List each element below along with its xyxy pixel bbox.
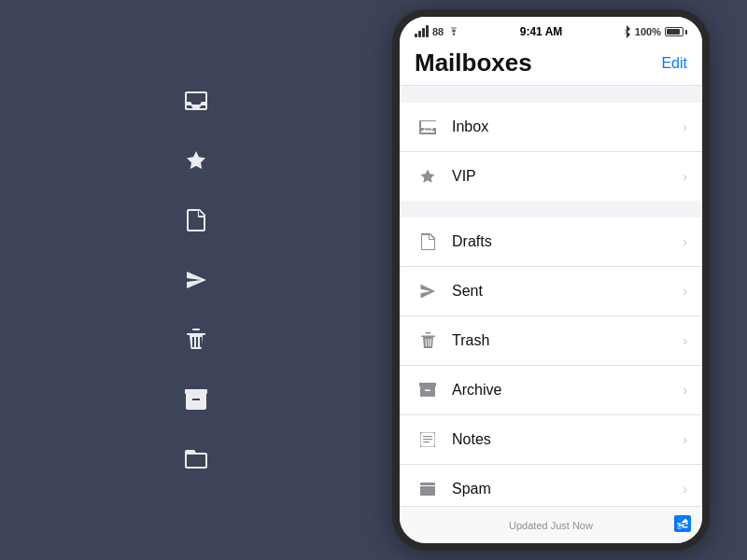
archive-list-icon — [415, 377, 441, 403]
section-divider-middle — [400, 201, 702, 217]
mail-list: Inbox › VIP › — [400, 86, 702, 506]
svg-rect-3 — [421, 336, 435, 338]
status-left: 88 — [415, 26, 460, 37]
status-right: 100% — [622, 25, 687, 38]
vip-list-icon — [415, 163, 441, 189]
bluetooth-icon — [622, 25, 631, 38]
list-item[interactable]: Inbox › — [400, 103, 702, 152]
sidebar-send-icon[interactable] — [179, 263, 213, 297]
svg-rect-9 — [423, 441, 430, 442]
section-divider-top — [400, 86, 702, 103]
battery-icon — [665, 27, 687, 36]
sidebar-star-icon[interactable] — [179, 144, 213, 177]
sidebar-archive-icon[interactable] — [179, 383, 213, 416]
list-item[interactable]: Sent › — [400, 267, 702, 316]
updated-text: Updated Just Now — [509, 520, 593, 531]
svg-rect-2 — [185, 389, 207, 394]
compose-button[interactable] — [674, 515, 691, 536]
inbox-list-icon — [415, 114, 441, 140]
sidebar — [0, 0, 392, 560]
list-item[interactable]: Archive › — [400, 366, 702, 415]
inbox-label: Inbox — [452, 119, 675, 135]
sent-chevron: › — [683, 284, 687, 299]
sidebar-folder-icon[interactable] — [179, 442, 213, 476]
notes-list-icon — [415, 427, 441, 453]
bottom-bar-inner: Updated Just Now — [400, 520, 702, 531]
trash-list-icon — [415, 328, 441, 354]
inbox-chevron: › — [683, 119, 687, 134]
status-time: 9:41 AM — [520, 25, 563, 38]
section-group-2: Drafts › Sent › — [400, 217, 702, 506]
sent-list-icon — [415, 278, 441, 304]
sidebar-trash-icon[interactable] — [179, 323, 213, 357]
trash-chevron: › — [683, 333, 687, 348]
sent-label: Sent — [452, 283, 675, 300]
nav-bar: Mailboxes Edit — [400, 43, 702, 86]
vip-chevron: › — [683, 169, 687, 184]
svg-rect-4 — [425, 332, 430, 334]
list-item[interactable]: Drafts › — [400, 217, 702, 267]
list-item[interactable]: Spam › — [400, 465, 702, 506]
vip-label: VIP — [452, 168, 675, 185]
battery-percent: 100% — [635, 26, 661, 37]
svg-rect-7 — [423, 436, 432, 437]
drafts-chevron: › — [683, 234, 687, 249]
bottom-bar: Updated Just Now — [400, 506, 702, 543]
list-item[interactable]: VIP › — [400, 152, 702, 201]
wifi-icon — [447, 27, 460, 37]
drafts-list-icon — [415, 229, 441, 255]
list-item[interactable]: Trash › — [400, 316, 702, 366]
signal-bars — [415, 26, 429, 37]
drafts-label: Drafts — [452, 233, 675, 250]
svg-rect-0 — [187, 333, 205, 335]
svg-rect-5 — [419, 383, 436, 386]
edit-button[interactable]: Edit — [661, 55, 687, 72]
page-title: Mailboxes — [415, 49, 532, 77]
spam-chevron: › — [683, 482, 687, 497]
svg-rect-8 — [423, 439, 432, 440]
svg-rect-1 — [192, 329, 200, 330]
section-group-1: Inbox › VIP › — [400, 103, 702, 201]
trash-label: Trash — [452, 332, 675, 349]
list-item[interactable]: Notes › — [400, 415, 702, 465]
archive-chevron: › — [683, 383, 687, 398]
archive-label: Archive — [452, 382, 675, 399]
spam-list-icon — [415, 476, 441, 502]
status-bar: 88 9:41 AM 100% — [400, 17, 702, 43]
signal-strength: 88 — [432, 26, 444, 37]
notes-chevron: › — [683, 432, 687, 447]
phone-frame: 88 9:41 AM 100% Mailboxes E — [392, 9, 710, 551]
sidebar-draft-icon[interactable] — [179, 203, 213, 237]
spam-label: Spam — [452, 481, 675, 497]
notes-label: Notes — [452, 431, 675, 448]
sidebar-inbox-icon[interactable] — [179, 84, 213, 118]
